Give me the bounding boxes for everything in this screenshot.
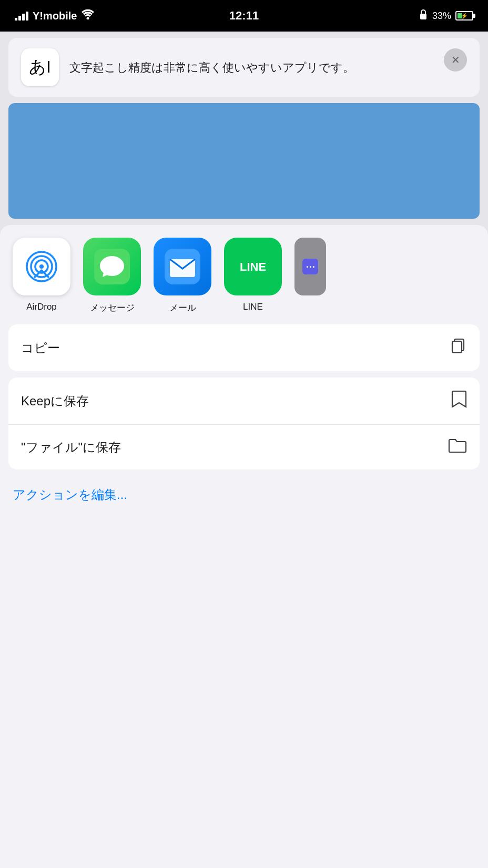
line-icon-container: LINE: [224, 238, 282, 295]
copy-action[interactable]: コピー: [8, 324, 480, 371]
copy-label: コピー: [21, 340, 60, 356]
close-icon: ✕: [451, 54, 460, 66]
airdrop-icon-container: [13, 238, 70, 295]
more-icon-container: ⋯: [294, 238, 326, 295]
lock-icon: [419, 9, 428, 23]
messages-icon-container: [83, 238, 141, 295]
airdrop-label: AirDrop: [26, 302, 57, 312]
actions-list: コピー Keepに保存: [0, 324, 488, 476]
wifi-icon: [81, 9, 95, 23]
keep-files-card: Keepに保存 "ファイル"に保存: [8, 377, 480, 469]
files-action[interactable]: "ファイル"に保存: [8, 424, 480, 469]
copy-icon: [449, 337, 467, 359]
edit-actions-label: アクションを編集...: [13, 487, 127, 502]
files-label: "ファイル"に保存: [21, 439, 121, 456]
app-item-more[interactable]: ⋯: [294, 238, 326, 314]
status-bar: Y!mobile 12:11 33% ⚡: [0, 0, 488, 32]
signal-bar-4: [26, 12, 28, 21]
battery-percent: 33%: [432, 11, 451, 22]
time-display: 12:11: [229, 9, 259, 23]
app-item-airdrop[interactable]: AirDrop: [13, 238, 70, 314]
preview-text: 文字起こし精度は非常に高く使いやすいアプリです。: [69, 59, 467, 76]
signal-bar-3: [22, 14, 25, 21]
app-item-messages[interactable]: メッセージ: [83, 238, 141, 314]
preview-card: あI 文字起こし精度は非常に高く使いやすいアプリです。 ✕: [8, 38, 480, 97]
signal-bars: [15, 12, 28, 21]
svg-point-0: [87, 17, 89, 20]
svg-rect-1: [420, 14, 426, 19]
svg-rect-14: [452, 341, 462, 353]
keep-action[interactable]: Keepに保存: [8, 377, 480, 424]
signal-bar-2: [18, 16, 21, 21]
edit-actions-button[interactable]: アクションを編集...: [0, 476, 488, 514]
folder-icon: [448, 437, 467, 457]
carrier-name: Y!mobile: [33, 10, 77, 22]
status-left: Y!mobile: [15, 9, 95, 23]
mail-icon-container: [154, 238, 211, 295]
app-icon-small: あI: [21, 48, 59, 86]
signal-bar-1: [15, 18, 17, 21]
main-content: あI 文字起こし精度は非常に高く使いやすいアプリです。 ✕: [0, 32, 488, 868]
copy-card: コピー: [8, 324, 480, 371]
close-button[interactable]: ✕: [444, 48, 467, 72]
charging-bolt: ⚡: [461, 13, 468, 19]
line-label: LINE: [243, 302, 263, 312]
bookmark-icon: [451, 390, 467, 412]
svg-text:⋯: ⋯: [306, 261, 315, 272]
app-item-line[interactable]: LINE LINE: [224, 238, 282, 314]
status-right: 33% ⚡: [419, 9, 473, 23]
battery-icon: ⚡: [455, 11, 473, 21]
svg-text:LINE: LINE: [240, 260, 266, 273]
svg-point-5: [39, 264, 44, 269]
messages-label: メッセージ: [90, 302, 135, 314]
app-item-mail[interactable]: メール: [154, 238, 211, 314]
keep-label: Keepに保存: [21, 393, 89, 410]
blue-preview-area: [8, 103, 480, 219]
app-icon-text: あI: [29, 56, 51, 79]
mail-label: メール: [169, 302, 196, 314]
share-sheet: AirDrop メッセージ: [0, 225, 488, 868]
app-icons-row: AirDrop メッセージ: [0, 231, 488, 324]
